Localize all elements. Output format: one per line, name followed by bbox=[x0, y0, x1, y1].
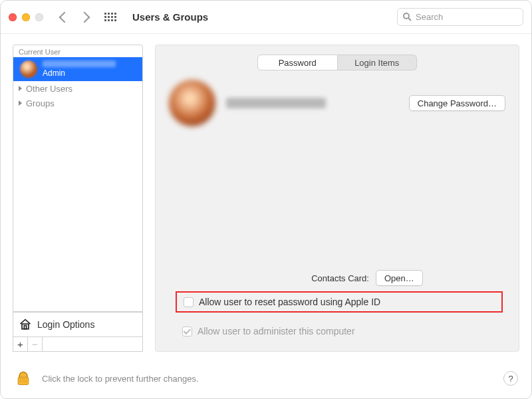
administer-checkbox bbox=[182, 327, 192, 336]
reset-password-appleid-row[interactable]: Allow user to reset password using Apple… bbox=[176, 291, 503, 313]
current-user-text: Admin bbox=[43, 61, 116, 78]
help-button[interactable]: ? bbox=[503, 371, 518, 386]
search-placeholder: Search bbox=[416, 12, 443, 22]
groups-row[interactable]: Groups bbox=[13, 96, 142, 110]
zoom-window-button[interactable] bbox=[35, 13, 43, 21]
user-list: Current User Admin Other Users Groups bbox=[13, 45, 143, 312]
search-field[interactable]: Search bbox=[397, 8, 523, 26]
minimize-window-button[interactable] bbox=[22, 13, 30, 21]
current-user-role: Admin bbox=[43, 68, 116, 78]
svg-rect-2 bbox=[22, 324, 29, 329]
tab-password[interactable]: Password bbox=[257, 55, 338, 70]
forward-button[interactable] bbox=[79, 11, 90, 23]
window-title: Users & Groups bbox=[132, 11, 208, 23]
login-options-label: Login Options bbox=[37, 319, 94, 330]
window-controls bbox=[9, 13, 43, 21]
contacts-card-label: Contacts Card: bbox=[311, 273, 369, 283]
svg-point-0 bbox=[404, 13, 409, 19]
tab-login-items[interactable]: Login Items bbox=[338, 55, 418, 70]
main-panel: Password Login Items Change Password… Co… bbox=[155, 45, 519, 352]
add-user-button[interactable]: + bbox=[13, 337, 28, 351]
lock-hint-text: Click the lock to prevent further change… bbox=[42, 374, 199, 384]
user-header-row: Change Password… bbox=[169, 80, 505, 126]
add-remove-row: + − bbox=[13, 337, 143, 352]
preferences-window: Users & Groups Search Current User Admin bbox=[0, 0, 532, 399]
body: Current User Admin Other Users Groups bbox=[1, 34, 531, 358]
disclosure-icon bbox=[19, 100, 22, 106]
svg-rect-3 bbox=[24, 326, 26, 329]
titlebar: Users & Groups Search bbox=[1, 1, 531, 34]
sidebar: Current User Admin Other Users Groups bbox=[13, 45, 143, 352]
footer: Click the lock to prevent further change… bbox=[1, 358, 531, 398]
open-contacts-button[interactable]: Open… bbox=[376, 270, 423, 286]
disclosure-icon bbox=[19, 86, 22, 91]
house-icon bbox=[19, 318, 32, 331]
user-fullname bbox=[226, 98, 326, 108]
current-user-row[interactable]: Admin bbox=[13, 57, 142, 81]
search-icon bbox=[403, 13, 412, 21]
reset-appleid-label: Allow user to reset password using Apple… bbox=[199, 297, 380, 307]
nav-buttons bbox=[61, 13, 88, 21]
back-button[interactable] bbox=[59, 11, 70, 23]
administer-label: Allow user to administer this computer bbox=[198, 326, 355, 336]
avatar bbox=[20, 61, 37, 78]
current-user-name bbox=[43, 61, 116, 67]
current-user-header: Current User bbox=[13, 45, 142, 57]
change-password-button[interactable]: Change Password… bbox=[409, 95, 505, 111]
tabs: Password Login Items bbox=[257, 55, 417, 70]
login-options-button[interactable]: Login Options bbox=[13, 312, 143, 337]
reset-appleid-checkbox[interactable] bbox=[184, 297, 194, 307]
other-users-row[interactable]: Other Users bbox=[13, 81, 142, 96]
svg-line-1 bbox=[408, 18, 411, 21]
groups-label: Groups bbox=[26, 98, 55, 108]
close-window-button[interactable] bbox=[9, 13, 17, 21]
lock-icon[interactable] bbox=[14, 368, 33, 389]
contacts-card-row: Contacts Card: Open… bbox=[156, 270, 519, 286]
show-all-icon[interactable] bbox=[104, 13, 116, 21]
administer-row: Allow user to administer this computer bbox=[182, 326, 355, 336]
remove-user-button: − bbox=[28, 337, 43, 351]
other-users-label: Other Users bbox=[26, 84, 72, 94]
avatar-large[interactable] bbox=[169, 80, 215, 126]
